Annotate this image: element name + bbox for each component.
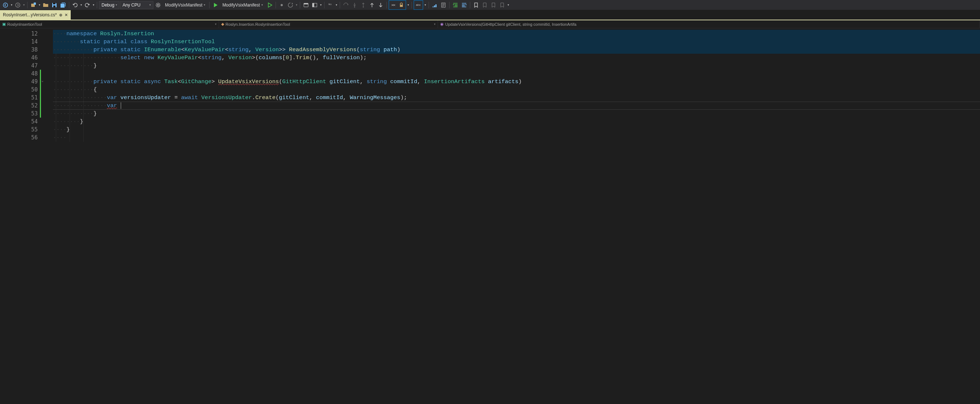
svg-point-12	[354, 6, 355, 7]
class-icon: ◆	[221, 22, 224, 27]
start-debug-button[interactable]	[212, 1, 220, 9]
highlighted-button-group-1	[389, 0, 406, 10]
namespace-icon[interactable]: ᴺˢ	[326, 1, 334, 9]
line-number: 55	[4, 126, 40, 134]
code-line[interactable]: ····················select new KeyValueP…	[53, 54, 980, 62]
code-line[interactable]: ················var versionsUpdater = aw…	[53, 94, 980, 102]
code-line[interactable]: ············}	[53, 110, 980, 118]
line-number: 46	[4, 54, 40, 62]
line-number: 53	[4, 110, 40, 118]
svg-rect-14	[400, 5, 403, 7]
step-over-icon	[342, 1, 350, 9]
nav-back-button[interactable]	[2, 1, 10, 9]
dock-button[interactable]	[311, 1, 319, 9]
build-icon[interactable]	[431, 1, 439, 9]
indent-right-icon[interactable]	[460, 1, 468, 9]
code-line[interactable]: ············}	[53, 62, 980, 70]
svg-rect-5	[53, 5, 56, 7]
startup-project-value: ModifyVsixManifest	[165, 3, 202, 8]
highlighted-button-group-2: abc	[414, 0, 423, 10]
breadcrumb-project[interactable]: ▣ RoslynInsertionTool ▾	[0, 20, 219, 28]
abc-icon[interactable]: abc	[414, 1, 422, 9]
code-line[interactable]: ····	[53, 134, 980, 142]
solution-config-value: Debug	[102, 3, 114, 8]
svg-point-7	[281, 4, 283, 6]
undo-button[interactable]	[71, 1, 79, 9]
csharp-project-icon: ▣	[2, 22, 6, 27]
code-line[interactable]: ····namespace Roslyn.Insertion	[53, 30, 980, 38]
bookmark-prev-icon	[481, 1, 489, 9]
bookmark-clear-icon	[498, 1, 506, 9]
bookmark-next-icon	[490, 1, 498, 9]
undo-dropdown[interactable]: ▾	[80, 3, 83, 6]
line-number: 14	[4, 38, 40, 46]
active-tab[interactable]: RoslynInsert...yVersions.cs* ⊕ ✕	[0, 10, 71, 19]
breadcrumb-member[interactable]: ◉ UpdateVsixVersions(GitHttpClient gitCl…	[438, 20, 980, 28]
solution-platform-combo[interactable]: Any CPU ▾	[120, 1, 153, 9]
nav-back-dropdown[interactable]: ▾	[10, 3, 13, 6]
save-all-button[interactable]	[59, 1, 67, 9]
startup-project-gear-icon[interactable]	[154, 1, 162, 9]
line-number: 50	[4, 86, 40, 94]
startup-project-combo[interactable]: ModifyVsixManifest ▾	[163, 1, 207, 9]
code-line[interactable]: ················var	[53, 102, 980, 110]
solution-platform-value: Any CPU	[123, 3, 140, 8]
svg-point-1	[16, 3, 20, 7]
line-number: 38	[4, 46, 40, 54]
code-line[interactable]: ············private static async Task<Gi…	[53, 78, 980, 86]
line-number: 54	[4, 118, 40, 126]
code-editor: 1214384647484950515253545556 ⌄ ····names…	[0, 28, 980, 404]
code-line[interactable]	[53, 70, 980, 78]
line-number: 48	[4, 70, 40, 78]
nav-forward-button	[14, 1, 22, 9]
line-number: 52	[4, 102, 40, 110]
svg-point-13	[363, 6, 364, 7]
pin-tab-icon[interactable]: ⊕	[59, 13, 62, 18]
outline-margin: ⌄	[40, 28, 53, 404]
code-line[interactable]: ········static partial class RoslynInser…	[53, 38, 980, 46]
close-tab-icon[interactable]: ✕	[65, 13, 68, 18]
svg-rect-4	[53, 3, 56, 4]
code-area[interactable]: ····namespace Roslyn.Insertion········st…	[53, 28, 980, 404]
document-icon[interactable]	[439, 1, 447, 9]
new-project-button[interactable]	[29, 1, 37, 9]
breadcrumb-type[interactable]: ◆ Roslyn.Insertion.RoslynInsertionTool ▾	[219, 20, 438, 28]
svg-rect-9	[304, 3, 308, 4]
nav-forward-dropdown: ▾	[22, 3, 25, 6]
arrow-down-icon[interactable]	[377, 1, 385, 9]
change-indicator	[40, 70, 41, 118]
line-number: 47	[4, 62, 40, 70]
step-into-icon	[351, 1, 359, 9]
solution-config-combo[interactable]: Debug ▾	[99, 1, 119, 9]
svg-point-0	[3, 3, 8, 7]
step-out-icon	[359, 1, 367, 9]
arrow-up-icon[interactable]	[368, 1, 376, 9]
code-line[interactable]: ········}	[53, 118, 980, 126]
line-number-gutter: 1214384647484950515253545556	[4, 28, 40, 404]
bookmark-icon[interactable]	[472, 1, 480, 9]
collapse-icon[interactable]	[390, 1, 398, 9]
svg-rect-3	[34, 3, 36, 5]
svg-rect-11	[312, 3, 314, 7]
document-tabs: RoslynInsert...yVersions.cs* ⊕ ✕	[0, 10, 980, 20]
hot-reload-button	[286, 1, 294, 9]
lock-icon[interactable]	[398, 1, 405, 9]
redo-button[interactable]	[83, 1, 91, 9]
line-number: 12	[4, 30, 40, 38]
method-icon: ◉	[440, 22, 444, 27]
save-button[interactable]	[50, 1, 58, 9]
code-line[interactable]: ····}	[53, 126, 980, 134]
browser-link-button[interactable]	[302, 1, 310, 9]
indent-left-icon[interactable]	[452, 1, 459, 9]
line-number: 51	[4, 94, 40, 102]
line-number: 56	[4, 134, 40, 142]
navigation-bar: ▣ RoslynInsertionTool ▾ ◆ Roslyn.Inserti…	[0, 20, 980, 28]
code-line[interactable]: ············{	[53, 86, 980, 94]
new-project-dropdown[interactable]: ▾	[38, 3, 41, 6]
start-debug-label[interactable]: ModifyVsixManifest ▾	[220, 1, 265, 9]
redo-dropdown[interactable]: ▾	[92, 3, 95, 6]
debug-target-button	[278, 1, 286, 9]
code-line[interactable]: ············private static IEnumerable<K…	[53, 46, 980, 54]
open-file-button[interactable]	[42, 1, 50, 9]
start-without-debug-button[interactable]	[266, 1, 274, 9]
